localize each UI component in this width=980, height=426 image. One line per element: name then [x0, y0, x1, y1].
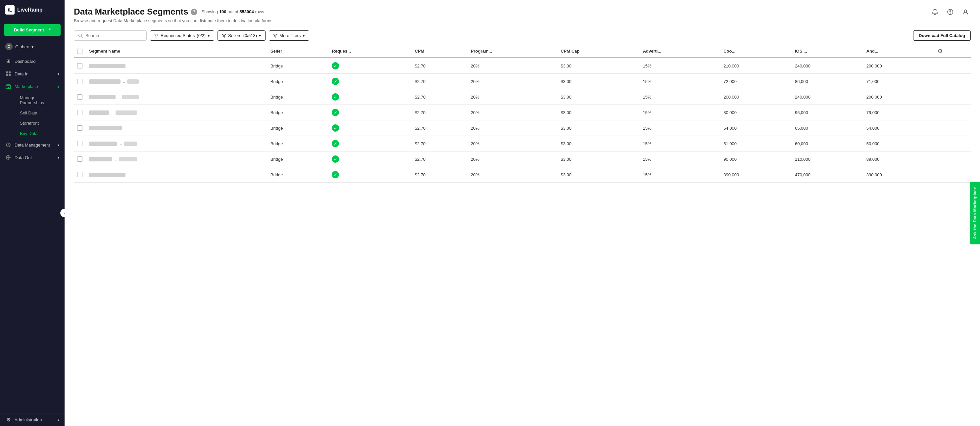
- table-row[interactable]: .. Bridge ✓ $2.70 20% $3.00 15% 72,000 8…: [74, 74, 971, 89]
- table-row[interactable]: Bridge ✓ $2.70 20% $3.00 15% 54,000 65,0…: [74, 120, 971, 136]
- cpm-cap-cell: $3.00: [557, 74, 639, 89]
- row-checkbox[interactable]: [77, 157, 83, 162]
- help-button[interactable]: [945, 6, 956, 17]
- and-cell: 71,000: [863, 74, 935, 89]
- administration-expand-arrow: ▴: [57, 418, 59, 422]
- sellers-filter[interactable]: Sellers (0/513) ▾: [218, 30, 266, 41]
- sidebar-sub-storefront[interactable]: Storefront: [14, 118, 65, 128]
- search-icon: [78, 33, 83, 38]
- row-checkbox[interactable]: [77, 94, 83, 100]
- sidebar-item-data-out[interactable]: Data Out ▾: [0, 151, 65, 164]
- cpm-cell: $2.70: [412, 120, 468, 136]
- segment-name-cell: ..: [86, 74, 267, 89]
- col-adverti: Adverti...: [640, 44, 721, 58]
- and-cell: 200,000: [863, 89, 935, 105]
- seller-cell: Bridge: [267, 152, 328, 167]
- sidebar-sub-sell-data[interactable]: Sell Data: [14, 108, 65, 118]
- org-expand-arrow: ▾: [32, 44, 34, 49]
- sidebar-item-administration[interactable]: ⚙ Administration ▴: [0, 413, 65, 426]
- user-profile-button[interactable]: [960, 6, 971, 17]
- segment-name-cell: [86, 167, 267, 182]
- requested-cell: ✓: [328, 58, 412, 74]
- coo-cell: 390,000: [720, 167, 792, 182]
- cpm-cell: $2.70: [412, 89, 468, 105]
- org-selector[interactable]: G Globex ▾: [0, 40, 65, 54]
- data-management-icon: [5, 142, 11, 148]
- requested-status-filter[interactable]: Requested Status (0/2) ▾: [150, 30, 214, 41]
- cpm-cell: $2.70: [412, 74, 468, 89]
- sidebar-sub-manage-partnerships[interactable]: Manage Partnerships: [14, 93, 65, 108]
- search-box: [74, 30, 147, 41]
- table-row[interactable]: .. Bridge ✓ $2.70 20% $3.00 15% 90,000 1…: [74, 152, 971, 167]
- seller-cell: Bridge: [267, 74, 328, 89]
- page-title: Data Marketplace Segments: [74, 6, 188, 17]
- data-out-expand-arrow: ▾: [57, 156, 59, 160]
- col-ios: IOS ...: [792, 44, 863, 58]
- requested-cell: ✓: [328, 152, 412, 167]
- table-row[interactable]: .. Bridge ✓ $2.70 20% $3.00 15% 200,000 …: [74, 89, 971, 105]
- adverti-cell: 15%: [640, 167, 721, 182]
- page-title-area: Data Marketplace Segments ? Showing 100 …: [74, 6, 274, 23]
- build-segment-dropdown-arrow: ▾: [46, 27, 51, 32]
- and-cell: 54,000: [863, 120, 935, 136]
- sidebar-item-data-management[interactable]: Data Management ▾: [0, 139, 65, 151]
- check-icon: ✓: [332, 140, 339, 147]
- ios-cell: 240,000: [792, 89, 863, 105]
- sidebar-collapse-button[interactable]: ‹: [60, 209, 65, 217]
- requested-cell: ✓: [328, 74, 412, 89]
- adverti-cell: 15%: [640, 120, 721, 136]
- build-segment-button[interactable]: Build Segment ▾: [4, 24, 60, 36]
- table-row[interactable]: .. Bridge ✓ $2.70 20% $3.00 15% 51,000 6…: [74, 136, 971, 152]
- ios-cell: 86,000: [792, 74, 863, 89]
- table-settings-icon[interactable]: ⚙: [938, 48, 942, 54]
- ios-cell: 96,000: [792, 105, 863, 120]
- and-cell: 390,000: [863, 167, 935, 182]
- row-checkbox-cell: [74, 89, 86, 105]
- seller-cell: Bridge: [267, 58, 328, 74]
- svg-rect-2: [6, 74, 8, 76]
- marketplace-expand-arrow: ▴: [57, 85, 59, 88]
- sidebar-item-dashboard[interactable]: ⊞ Dashboard: [0, 55, 65, 68]
- search-input[interactable]: [86, 33, 135, 38]
- row-checkbox[interactable]: [77, 125, 83, 131]
- more-filters-button[interactable]: More filters ▾: [269, 30, 309, 41]
- col-segment-name: Segment Name: [86, 44, 267, 58]
- coo-cell: 210,000: [720, 58, 792, 74]
- and-cell: 79,000: [863, 105, 935, 120]
- adverti-cell: 15%: [640, 89, 721, 105]
- requested-cell: ✓: [328, 136, 412, 152]
- ask-marketplace-tab[interactable]: Ask the Data Marketplace: [970, 182, 980, 244]
- svg-rect-3: [9, 74, 11, 76]
- svg-point-10: [964, 10, 967, 12]
- col-program: Program...: [468, 44, 557, 58]
- logo-area: /L LiveRamp: [0, 0, 65, 20]
- col-cpm-cap: CPM Cap: [557, 44, 639, 58]
- sidebar-bottom: ⚙ Administration ▴: [0, 413, 65, 426]
- row-checkbox[interactable]: [77, 110, 83, 115]
- row-count-text: Showing 100 out of 553004 rows: [201, 9, 264, 14]
- help-icon[interactable]: ?: [191, 9, 197, 15]
- row-checkbox[interactable]: [77, 79, 83, 84]
- row-checkbox[interactable]: [77, 63, 83, 68]
- table-row[interactable]: .. Bridge ✓ $2.70 20% $3.00 15% 80,000 9…: [74, 105, 971, 120]
- dashboard-icon: ⊞: [5, 58, 11, 64]
- sidebar-item-marketplace[interactable]: Marketplace ▴: [0, 80, 65, 93]
- sidebar-sub-buy-data[interactable]: Buy Data: [14, 128, 65, 139]
- notifications-button[interactable]: [930, 6, 940, 17]
- select-all-checkbox[interactable]: [77, 49, 83, 54]
- table-row[interactable]: Bridge ✓ $2.70 20% $3.00 15% 390,000 470…: [74, 167, 971, 182]
- coo-cell: 72,000: [720, 74, 792, 89]
- row-checkbox[interactable]: [77, 141, 83, 146]
- coo-cell: 90,000: [720, 152, 792, 167]
- row-checkbox-cell: [74, 58, 86, 74]
- filter-icon-sellers: [222, 33, 226, 38]
- app-name: LiveRamp: [17, 7, 42, 13]
- download-full-catalog-button[interactable]: Download Full Catalog: [913, 30, 971, 41]
- svg-rect-1: [9, 71, 11, 73]
- table-row[interactable]: Bridge ✓ $2.70 20% $3.00 15% 210,000 240…: [74, 58, 971, 74]
- and-cell: 89,000: [863, 152, 935, 167]
- program-cell: 20%: [468, 58, 557, 74]
- requested-cell: ✓: [328, 105, 412, 120]
- sidebar-item-data-in[interactable]: Data In ▾: [0, 68, 65, 80]
- row-checkbox[interactable]: [77, 172, 83, 177]
